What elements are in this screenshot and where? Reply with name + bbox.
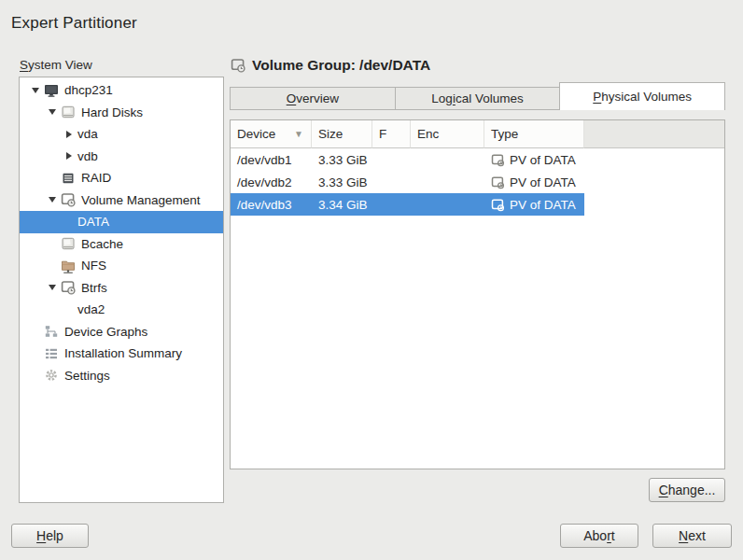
expander-down-icon[interactable]: [44, 197, 61, 203]
table-row--dev-vdb3[interactable]: /dev/vdb33.34 GiBPV of DATA: [231, 193, 584, 216]
hard-disk-icon: [61, 105, 76, 119]
expander-down-icon[interactable]: [44, 285, 61, 290]
lvm-pv-icon: [491, 198, 505, 212]
gear-icon: [44, 368, 59, 383]
sidebar-item-label: Volume Management: [81, 193, 206, 207]
column-header-label: Type: [491, 127, 518, 141]
table-body: /dev/vdb13.33 GiBPV of DATA/dev/vdb23.33…: [231, 148, 724, 216]
sidebar-item-device-graphs[interactable]: Device Graphs: [20, 321, 223, 343]
sidebar-item-label: NFS: [81, 259, 112, 273]
computer-icon: [44, 83, 59, 98]
change-button[interactable]: Change...: [649, 478, 725, 502]
abort-button[interactable]: Abort: [560, 524, 638, 548]
nfs-icon: [61, 259, 76, 273]
table-header: Device▼SizeFEncType: [231, 120, 724, 148]
sidebar-item-label: Device Graphs: [64, 325, 153, 339]
column-header-label: Size: [318, 127, 343, 141]
help-button[interactable]: Help: [11, 524, 89, 548]
graph-icon: [44, 324, 59, 339]
tab-overview[interactable]: Overview: [230, 87, 396, 110]
table-row--dev-vdb2[interactable]: /dev/vdb23.33 GiBPV of DATA: [231, 171, 584, 193]
expander-right-icon[interactable]: [61, 131, 77, 138]
column-header-label: Enc: [417, 127, 439, 141]
summary-icon: [44, 346, 59, 361]
column-header-enc[interactable]: Enc: [411, 120, 484, 148]
hard-disk-icon: [61, 236, 76, 251]
tab-label: Overview: [287, 91, 339, 105]
cell-device: /dev/vdb3: [231, 193, 312, 216]
sidebar-item-nfs[interactable]: NFS: [20, 255, 223, 277]
expander-right-icon[interactable]: [61, 152, 77, 160]
cell-enc: [411, 171, 484, 193]
cell-f: [372, 148, 411, 171]
raid-icon: [61, 171, 76, 186]
cell-text: PV of DATA: [510, 198, 576, 212]
volume-group-icon: [230, 58, 245, 74]
column-header-label: F: [379, 127, 386, 141]
cell-device: /dev/vdb2: [231, 171, 312, 193]
cell-f: [372, 193, 411, 216]
next-button[interactable]: Next: [652, 524, 732, 548]
lvm-icon: [61, 280, 76, 295]
tab-bar: Overview Logical Volumes Physical Volume…: [230, 82, 725, 110]
sidebar-item-label: dhcp231: [64, 83, 119, 97]
column-header-device[interactable]: Device▼: [231, 120, 312, 148]
cell-text: /dev/vdb1: [237, 153, 292, 167]
system-view-tree-panel[interactable]: dhcp231Hard DisksvdavdbRAIDVolume Manage…: [19, 77, 224, 503]
column-header-label: Device: [237, 127, 275, 141]
cell-f: [372, 171, 411, 193]
cell-text: 3.33 GiB: [318, 153, 368, 167]
sidebar-item-label: DATA: [77, 215, 115, 229]
table-row--dev-vdb1[interactable]: /dev/vdb13.33 GiBPV of DATA: [231, 148, 584, 171]
column-header-type[interactable]: Type: [484, 120, 584, 148]
sidebar-item-label: Settings: [64, 369, 116, 383]
tab-logical-volumes[interactable]: Logical Volumes: [395, 87, 561, 110]
sidebar-item-dhcp231[interactable]: dhcp231: [20, 79, 223, 102]
sidebar-item-vdb[interactable]: vdb: [20, 146, 223, 168]
cell-enc: [411, 193, 484, 216]
sidebar-item-bcache[interactable]: Bcache: [20, 233, 223, 256]
cell-device: /dev/vdb1: [231, 148, 312, 171]
sidebar-item-label: vda2: [77, 302, 110, 316]
cell-type: PV of DATA: [484, 171, 584, 193]
page-title: Expert Partitioner: [11, 14, 137, 33]
sidebar-item-volume-management[interactable]: Volume Management: [20, 189, 223, 212]
cell-text: PV of DATA: [510, 153, 576, 167]
column-header-filler: [584, 120, 724, 148]
physical-volumes-table[interactable]: Device▼SizeFEncType /dev/vdb13.33 GiBPV …: [230, 119, 725, 469]
sidebar-item-vda[interactable]: vda: [20, 123, 223, 146]
sidebar-item-label: vda: [77, 127, 104, 141]
cell-text: PV of DATA: [510, 175, 576, 189]
cell-text: /dev/vdb3: [237, 198, 292, 212]
sidebar-item-label: Bcache: [81, 237, 129, 251]
cell-text: /dev/vdb2: [237, 175, 292, 189]
volume-group-title: Volume Group: /dev/DATA: [252, 57, 430, 74]
column-header-f[interactable]: F: [372, 120, 411, 148]
expander-down-icon[interactable]: [44, 109, 61, 115]
volume-group-header: Volume Group: /dev/DATA: [230, 57, 430, 74]
sidebar-item-data[interactable]: DATA: [20, 211, 223, 233]
expander-down-icon[interactable]: [27, 88, 44, 93]
sidebar-item-label: Btrfs: [81, 281, 113, 295]
sidebar-item-installation-summary[interactable]: Installation Summary: [20, 343, 223, 365]
column-header-size[interactable]: Size: [312, 120, 372, 148]
sidebar-item-label: RAID: [81, 171, 117, 185]
lvm-icon: [61, 192, 76, 207]
cell-text: 3.33 GiB: [318, 175, 368, 189]
cell-size: 3.33 GiB: [312, 171, 372, 193]
sidebar-item-label: Installation Summary: [64, 346, 188, 360]
sidebar-item-label: Hard Disks: [81, 105, 148, 119]
tab-label: Logical Volumes: [431, 91, 523, 105]
lvm-pv-icon: [491, 153, 505, 167]
cell-enc: [411, 148, 484, 171]
cell-size: 3.34 GiB: [312, 193, 372, 216]
tab-physical-volumes[interactable]: Physical Volumes: [559, 82, 725, 110]
sidebar-item-vda2[interactable]: vda2: [20, 299, 223, 321]
lvm-pv-icon: [491, 175, 505, 189]
cell-type: PV of DATA: [484, 193, 584, 216]
sidebar-item-hard-disks[interactable]: Hard Disks: [20, 102, 223, 124]
sidebar-item-btrfs[interactable]: Btrfs: [20, 277, 223, 300]
system-view-label: System View: [20, 58, 92, 72]
sidebar-item-raid[interactable]: RAID: [20, 167, 223, 189]
sidebar-item-settings[interactable]: Settings: [20, 365, 223, 387]
